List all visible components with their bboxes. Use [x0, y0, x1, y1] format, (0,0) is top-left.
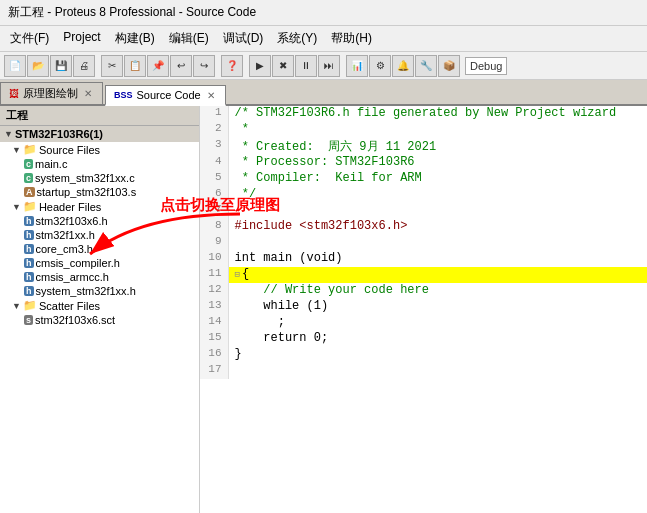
h-icon-4: h: [24, 258, 34, 268]
menu-item-build[interactable]: 构建(B): [109, 28, 161, 49]
folder-label-source: Source Files: [39, 144, 100, 156]
tb-help[interactable]: ❓: [221, 55, 243, 77]
file-label-startup: startup_stm32f103.s: [37, 186, 137, 198]
chevron-down-icon-scatter: ▼: [12, 301, 21, 311]
tb-pause[interactable]: ⏸: [295, 55, 317, 77]
file-label-h5: cmsis_armcc.h: [36, 271, 109, 283]
code-line-2: 2 *: [200, 122, 647, 138]
tb-extra1[interactable]: 🔧: [415, 55, 437, 77]
tb-open[interactable]: 📂: [27, 55, 49, 77]
tb-alert[interactable]: 🔔: [392, 55, 414, 77]
h-icon-3: h: [24, 244, 34, 254]
tree-file-system-stm32h[interactable]: h system_stm32f1xx.h: [0, 284, 199, 298]
a-icon: A: [24, 187, 35, 197]
tb-run[interactable]: ▶: [249, 55, 271, 77]
folder-label-scatter: Scatter Files: [39, 300, 100, 312]
menu-bar: 文件(F) Project 构建(B) 编辑(E) 调试(D) 系统(Y) 帮助…: [0, 26, 647, 52]
h-icon-5: h: [24, 272, 34, 282]
tab-schematic-close[interactable]: ✕: [82, 88, 94, 99]
tab-source[interactable]: BSS Source Code ✕: [105, 85, 226, 106]
tb-extra2[interactable]: 📦: [438, 55, 460, 77]
c-icon-system: c: [24, 173, 33, 183]
tb-save[interactable]: 💾: [50, 55, 72, 77]
code-line-13: 13 while (1): [200, 299, 647, 315]
tb-cut[interactable]: ✂: [101, 55, 123, 77]
folder-icon-header: 📁: [23, 200, 37, 213]
tb-copy[interactable]: 📋: [124, 55, 146, 77]
title-bar: 新工程 - Proteus 8 Professional - Source Co…: [0, 0, 647, 26]
h-icon-2: h: [24, 230, 34, 240]
tree-file-corecm3h[interactable]: h core_cm3.h: [0, 242, 199, 256]
tb-settings[interactable]: ⚙: [369, 55, 391, 77]
sct-icon: s: [24, 315, 33, 325]
tree-file-startup[interactable]: A startup_stm32f103.s: [0, 185, 199, 199]
tree-folder-header[interactable]: ▼ 📁 Header Files: [0, 199, 199, 214]
tree-file-stm32f103x6h[interactable]: h stm32f103x6.h: [0, 214, 199, 228]
source-code-icon: BSS: [114, 90, 133, 100]
tb-stop[interactable]: ✖: [272, 55, 294, 77]
code-line-12: 12 // Write your code here: [200, 283, 647, 299]
tab-schematic[interactable]: 🖼 原理图绘制 ✕: [0, 82, 103, 104]
file-label-systemc: system_stm32f1xx.c: [35, 172, 135, 184]
code-line-17: 17: [200, 363, 647, 379]
code-line-10: 10 int main (void): [200, 251, 647, 267]
tree-root[interactable]: ▼ STM32F103R6(1): [0, 126, 199, 142]
tree-folder-source[interactable]: ▼ 📁 Source Files: [0, 142, 199, 157]
debug-label: Debug: [465, 57, 507, 75]
folder-icon-source: 📁: [23, 143, 37, 156]
menu-item-debug[interactable]: 调试(D): [217, 28, 270, 49]
expand-icon[interactable]: ⊟: [235, 270, 240, 280]
code-line-5: 5 * Compiler: Keil for ARM: [200, 171, 647, 187]
file-label-h2: stm32f1xx.h: [36, 229, 95, 241]
tab-source-label: Source Code: [137, 89, 201, 101]
folder-icon-scatter: 📁: [23, 299, 37, 312]
tree-file-cmsis-compilerh[interactable]: h cmsis_compiler.h: [0, 256, 199, 270]
file-label-sct: stm32f103x6.sct: [35, 314, 115, 326]
file-label-h1: stm32f103x6.h: [36, 215, 108, 227]
tb-print[interactable]: 🖨: [73, 55, 95, 77]
code-line-3: 3 * Created: 周六 9月 11 2021: [200, 138, 647, 155]
file-label-h6: system_stm32f1xx.h: [36, 285, 136, 297]
menu-item-project[interactable]: Project: [57, 28, 106, 49]
folder-label-header: Header Files: [39, 201, 101, 213]
menu-item-help[interactable]: 帮助(H): [325, 28, 378, 49]
main-area: 工程 ▼ STM32F103R6(1) ▼ 📁 Source Files c m…: [0, 106, 647, 513]
menu-item-system[interactable]: 系统(Y): [271, 28, 323, 49]
tree-file-mainc[interactable]: c main.c: [0, 157, 199, 171]
sidebar: 工程 ▼ STM32F103R6(1) ▼ 📁 Source Files c m…: [0, 106, 200, 513]
menu-item-edit[interactable]: 编辑(E): [163, 28, 215, 49]
chevron-down-icon-source: ▼: [12, 145, 21, 155]
tb-step[interactable]: ⏭: [318, 55, 340, 77]
code-line-8: 8 #include <stm32f103x6.h>: [200, 219, 647, 235]
tab-source-close[interactable]: ✕: [205, 90, 217, 101]
code-line-1: 1 /* STM32F103R6.h file generated by New…: [200, 106, 647, 122]
schematic-icon: 🖼: [9, 88, 19, 99]
tree-file-cmsis-armcch[interactable]: h cmsis_armcc.h: [0, 270, 199, 284]
tree-file-stm32f1xxh[interactable]: h stm32f1xx.h: [0, 228, 199, 242]
code-line-4: 4 * Processor: STM32F103R6: [200, 155, 647, 171]
tb-undo[interactable]: ↩: [170, 55, 192, 77]
toolbar: 📄 📂 💾 🖨 ✂ 📋 📌 ↩ ↪ ❓ ▶ ✖ ⏸ ⏭ 📊 ⚙ 🔔 🔧 📦 De…: [0, 52, 647, 80]
tb-redo[interactable]: ↪: [193, 55, 215, 77]
tb-paste[interactable]: 📌: [147, 55, 169, 77]
code-line-15: 15 return 0;: [200, 331, 647, 347]
code-editor[interactable]: 1 /* STM32F103R6.h file generated by New…: [200, 106, 647, 513]
file-label-h3: core_cm3.h: [36, 243, 93, 255]
h-icon-6: h: [24, 286, 34, 296]
tree-file-sct[interactable]: s stm32f103x6.sct: [0, 313, 199, 327]
code-line-16: 16 }: [200, 347, 647, 363]
menu-item-file[interactable]: 文件(F): [4, 28, 55, 49]
tb-new[interactable]: 📄: [4, 55, 26, 77]
tab-schematic-label: 原理图绘制: [23, 86, 78, 101]
sidebar-header: 工程: [0, 106, 199, 126]
tb-chart[interactable]: 📊: [346, 55, 368, 77]
tree-file-systemc[interactable]: c system_stm32f1xx.c: [0, 171, 199, 185]
file-label-mainc: main.c: [35, 158, 67, 170]
code-line-7: 7: [200, 203, 647, 219]
tree-root-label: STM32F103R6(1): [15, 128, 103, 140]
tree-folder-scatter[interactable]: ▼ 📁 Scatter Files: [0, 298, 199, 313]
chevron-down-icon-header: ▼: [12, 202, 21, 212]
tab-bar: 🖼 原理图绘制 ✕ BSS Source Code ✕: [0, 80, 647, 106]
code-table: 1 /* STM32F103R6.h file generated by New…: [200, 106, 647, 379]
chevron-down-icon: ▼: [4, 129, 13, 139]
